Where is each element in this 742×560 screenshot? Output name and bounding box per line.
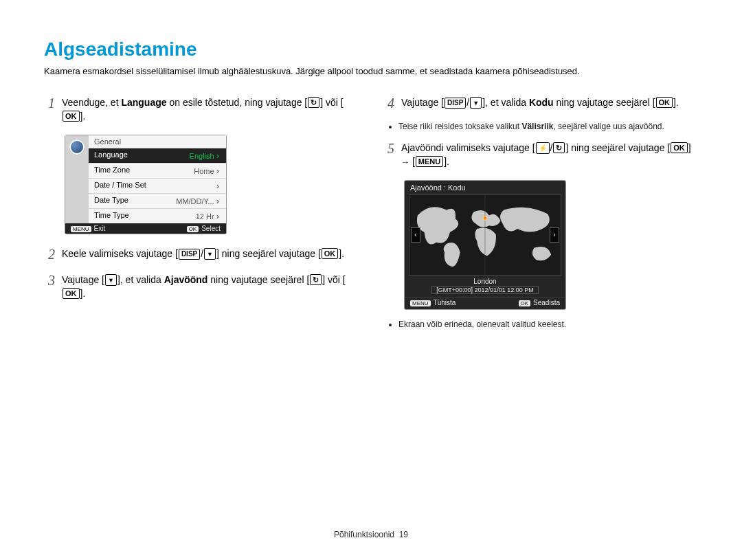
left-column: 1 Veenduge, et Language on esile tõstetu… — [44, 96, 359, 339]
timezone-next[interactable]: › — [550, 227, 559, 243]
page-footer: Põhifunktsioonid 19 — [0, 530, 742, 539]
lcd-exit[interactable]: MENUExit — [71, 225, 105, 232]
step-3: 3 Vajutage [], et valida Ajavöönd ning v… — [44, 273, 359, 301]
lcd-timezone: Ajavöönd : Kodu — [404, 180, 566, 310]
timezone-city: London — [405, 278, 565, 285]
step-number: 4 — [383, 96, 394, 111]
lcd-header: General — [89, 135, 226, 148]
note-foreign: Teise riiki reisides toksake valikut Väl… — [386, 122, 698, 131]
lcd-timezone-title: Ajavöönd : Kodu — [405, 181, 565, 194]
lcd-row-timezone[interactable]: Time Zone Home — [89, 163, 226, 178]
timezone-cancel[interactable]: MENUTühista — [410, 299, 456, 306]
step-1: 1 Veenduge, et Language on esile tõstetu… — [44, 96, 359, 124]
step-number: 1 — [44, 96, 55, 111]
lcd-row-datetime[interactable]: Date / Time Set — [89, 178, 226, 193]
world-map: ‹ › — [409, 194, 561, 276]
svg-point-2 — [483, 216, 487, 220]
step-4: 4 Vajutage [DISP/], et valida Kodu ning … — [383, 96, 698, 111]
timezone-gmt: [GMT+00:00] 2012/01/01 12:00 PM — [431, 286, 538, 294]
right-column: 4 Vajutage [DISP/], et valida Kodu ning … — [383, 96, 698, 339]
intro-text: Kaamera esmakordsel sisselülitamisel ilm… — [44, 66, 698, 76]
step-5: 5 Ajavööndi valimiseks vajutage [/] ning… — [383, 141, 698, 169]
step-number: 3 — [44, 273, 55, 288]
timezone-prev[interactable]: ‹ — [411, 227, 420, 243]
lcd-row-language[interactable]: Language English — [89, 148, 226, 163]
step-number: 5 — [383, 141, 394, 156]
step-number: 2 — [44, 247, 55, 262]
lcd-select[interactable]: OKSelect — [187, 225, 221, 232]
lcd-row-timetype[interactable]: Time Type 12 Hr — [89, 208, 226, 223]
timezone-set[interactable]: OKSeadista — [519, 299, 560, 306]
gear-icon — [69, 139, 85, 155]
lcd-row-datetype[interactable]: Date Type MM/DD/Y... — [89, 193, 226, 208]
page-title: Algseadistamine — [44, 38, 698, 60]
lcd-general-settings: General Language English Time Zone Home … — [65, 135, 227, 234]
note-screen-vary: Ekraan võib erineda, olenevalt valitud k… — [386, 320, 698, 329]
step-2: 2 Keele valimiseks vajutage [DISP/] ning… — [44, 247, 359, 262]
